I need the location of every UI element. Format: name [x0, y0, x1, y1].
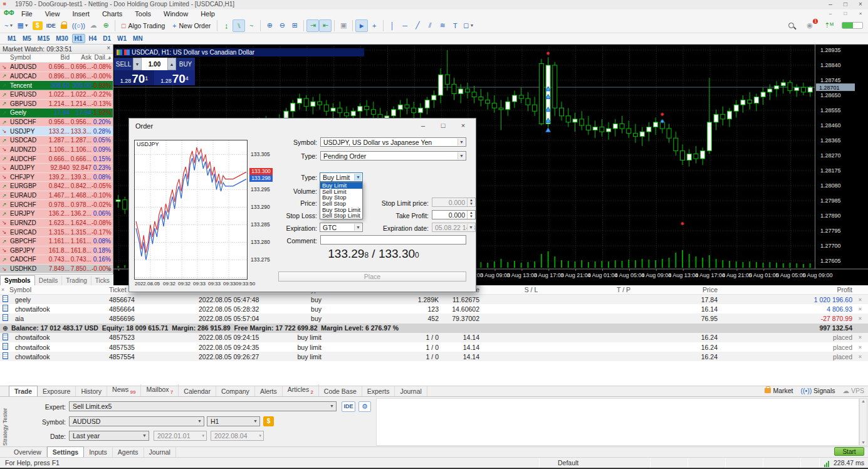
market-watch-row[interactable]: ↘AUDUSD0.696...0.696...-0.08%: [0, 63, 113, 72]
market-watch-row[interactable]: ↗Geely17.9417.94-1.92%: [0, 108, 113, 118]
trade-col-sl[interactable]: S / L: [479, 286, 583, 293]
tester-period-select[interactable]: H1▼: [207, 416, 260, 426]
menu-tools[interactable]: Tools: [128, 9, 157, 18]
trendline-icon[interactable]: ╱: [411, 19, 424, 32]
close-position-icon[interactable]: ×: [852, 306, 868, 312]
fibonacci-icon[interactable]: ≋: [436, 19, 449, 32]
tester-tab-overview[interactable]: Overview: [9, 447, 47, 457]
line-chart-icon[interactable]: ~: [245, 19, 258, 32]
date-to-input[interactable]: 2022.08.04▾: [211, 431, 264, 441]
expiration-date-input[interactable]: 05.08.22 14:32▼: [432, 223, 476, 232]
toolbox-tab-articles[interactable]: Articles 2: [283, 384, 319, 396]
tester-tab-settings[interactable]: Settings: [47, 446, 84, 457]
bar-chart-icon[interactable]: ⑊: [233, 19, 245, 32]
toolbox-close-icon[interactable]: ×: [1, 287, 4, 293]
channel-icon[interactable]: ⫽: [424, 19, 436, 32]
timeframe-m15[interactable]: M15: [35, 34, 52, 43]
market-watch-row[interactable]: ↗USDCHF0.956...0.956...0.20%: [0, 118, 113, 127]
order-dialog-titlebar[interactable]: Order – □ ×: [129, 119, 476, 134]
start-button[interactable]: Start: [834, 447, 864, 456]
market-watch-row[interactable]: ↘EURCAD1.315...1.315...-0.17%: [0, 228, 113, 237]
tester-tab-journal[interactable]: Journal: [144, 447, 176, 457]
order-type-select[interactable]: Pending Order▼: [320, 151, 466, 161]
signals-link[interactable]: ((•)) Signals: [801, 387, 835, 394]
market-watch-row[interactable]: ↘AUDJPY92.84092.8470.23%: [0, 164, 113, 173]
market-watch-row[interactable]: ↗GBPUSD1.214...1.214...-0.13%: [0, 100, 113, 109]
menu-charts[interactable]: Charts: [96, 9, 128, 18]
trade-table-row[interactable]: chowtaifook48575232022.08.05 09:24:15buy…: [0, 333, 868, 342]
comment-input[interactable]: [320, 235, 466, 245]
close-position-icon[interactable]: ×: [852, 344, 868, 350]
trade-table-row[interactable]: chowtaifook48575542022.08.05 09:26:27buy…: [0, 352, 868, 361]
timeframe-h1[interactable]: H1: [72, 34, 85, 43]
market-link[interactable]: Market: [765, 387, 793, 394]
community-icon[interactable]: ⊕: [100, 19, 112, 32]
crosshair-icon[interactable]: +: [368, 19, 380, 32]
volume-decrease-button[interactable]: ▼: [133, 58, 142, 70]
stop-limit-input[interactable]: 0.000▲▼: [432, 198, 476, 207]
vertical-line-icon[interactable]: │: [386, 19, 399, 32]
timeframe-h4[interactable]: H4: [86, 34, 100, 43]
market-watch-row[interactable]: ↗USDCAD1.287...1.287...0.05%: [0, 136, 113, 145]
broadcast-icon[interactable]: ((○)): [70, 19, 87, 32]
tester-tab-inputs[interactable]: Inputs: [84, 447, 113, 457]
trade-col-price[interactable]: Price: [664, 286, 718, 293]
market-watch-row[interactable]: ↗CADCHF0.743...0.743...0.16%: [0, 255, 113, 265]
menu-file[interactable]: File: [15, 9, 39, 18]
toolbox-tab-news[interactable]: News 99: [107, 384, 141, 396]
market-watch-row[interactable]: ↗AUDCAD0.896...0.896...-0.00%: [0, 72, 113, 82]
zoom-out-icon[interactable]: ⊖: [276, 19, 288, 32]
toolbox-tab-journal[interactable]: Journal: [395, 386, 427, 396]
col-ask[interactable]: Ask: [70, 54, 92, 62]
vps-link[interactable]: ☁ VPS: [843, 387, 864, 394]
tick-chart-icon[interactable]: ↨: [220, 19, 233, 32]
chart-shift-icon[interactable]: ⇤: [319, 19, 332, 32]
date-range-select[interactable]: Last year▼: [69, 431, 149, 441]
tester-tab-agents[interactable]: Agents: [113, 447, 144, 457]
menu-view[interactable]: View: [39, 9, 66, 18]
dialog-restore-button[interactable]: □: [433, 120, 453, 131]
market-watch-row[interactable]: ↗EURAUD1.467...1.468...-0.10%: [0, 191, 113, 201]
market-watch-row[interactable]: ↘EURNZD1.623...1.624...-0.08%: [0, 219, 113, 228]
buy-button[interactable]: BUY: [176, 58, 195, 70]
balance-expand-icon[interactable]: ⊕: [0, 324, 11, 332]
mw-tab-details[interactable]: Details: [35, 276, 63, 285]
timeframe-d1[interactable]: D1: [100, 34, 113, 43]
screenshot-icon[interactable]: ▣: [337, 19, 350, 32]
close-position-icon[interactable]: ×: [852, 315, 868, 322]
new-chart-icon[interactable]: ~▼: [3, 19, 15, 32]
tile-windows-icon[interactable]: ⊞: [288, 19, 301, 32]
algo-trading-button[interactable]: □Algo Trading: [118, 19, 169, 32]
volume-input[interactable]: 1.00: [142, 58, 167, 70]
levels-icon[interactable]: ⇡ᴹ: [822, 19, 835, 32]
market-watch-row[interactable]: ↘USDJPY133.2...133.3...0.28%: [0, 127, 113, 136]
text-icon[interactable]: T: [449, 19, 461, 32]
profiles-icon[interactable]: ▦▼: [15, 19, 30, 32]
connection-toggle[interactable]: [842, 22, 863, 29]
dialog-close-button[interactable]: ×: [453, 120, 473, 131]
quotes-icon[interactable]: $: [31, 19, 44, 32]
close-position-icon[interactable]: ×: [852, 334, 868, 340]
auto-scroll-icon[interactable]: ⇥: [306, 19, 319, 32]
mw-tab-ticks[interactable]: Ticks: [92, 276, 114, 285]
menu-window[interactable]: Window: [157, 9, 194, 18]
volume-increase-button[interactable]: ▲: [167, 58, 176, 70]
tester-scrollbar[interactable]: ▲▼: [859, 398, 867, 446]
child-close-button[interactable]: ×: [853, 9, 868, 18]
restore-button[interactable]: □: [838, 0, 853, 9]
timeframe-mn[interactable]: MN: [130, 34, 145, 43]
tester-gear-icon[interactable]: ⚙: [358, 401, 371, 412]
market-watch-row[interactable]: ↗EURJPY136.2...136.2...0.06%: [0, 209, 113, 219]
trade-table-row[interactable]: geely48566742022.08.05 05:47:48buy1.289K…: [0, 295, 868, 304]
dialog-minimize-button[interactable]: –: [413, 120, 433, 131]
new-order-button[interactable]: +New Order: [169, 19, 214, 32]
type-option-sell-stop-limit[interactable]: Sell Stop Limit: [320, 213, 362, 219]
shapes-icon[interactable]: ◻▼: [461, 19, 476, 32]
trade-table-row[interactable]: chowtaifook48566642022.08.05 05:28:32buy…: [0, 304, 868, 314]
horizontal-line-icon[interactable]: ─: [399, 19, 411, 32]
sell-price[interactable]: 1.28701: [114, 70, 154, 85]
toolbox-tab-code-base[interactable]: Code Base: [319, 386, 362, 396]
tester-deposit-icon[interactable]: $: [263, 416, 274, 426]
toolbox-tab-alerts[interactable]: Alerts: [255, 386, 283, 396]
market-watch-row[interactable]: ↗GBPCHF1.161...1.161...0.08%: [0, 237, 113, 246]
